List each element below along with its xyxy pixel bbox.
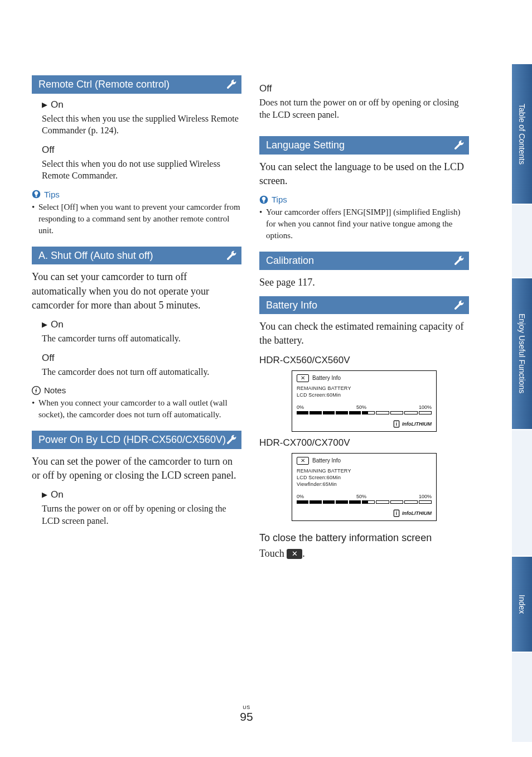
tab-enjoy-useful-functions[interactable]: Enjoy Useful Functions (512, 278, 532, 429)
option-desc: Does not turn the power on or off by ope… (259, 97, 469, 120)
option-label-text: On (51, 489, 64, 500)
touch-suffix: . (302, 548, 305, 559)
panel-title: Battery Info (312, 457, 341, 464)
tab-index[interactable]: Index (512, 557, 532, 652)
heading-calibration: Calibration (259, 252, 469, 270)
option-on: ▶On (42, 319, 241, 330)
battery-bar (297, 500, 432, 504)
option-label: ▶On (42, 489, 241, 500)
infolithium-logo: i InfoLITHIUM (297, 420, 432, 428)
panel-line: LCD Screen:60Min (297, 475, 432, 480)
battery-bar (297, 411, 432, 414)
heading-text: A. Shut Off (Auto shut off) (38, 250, 153, 261)
heading-power-on-by-lcd: Power On By LCD (HDR-CX560/CX560V) (32, 431, 241, 449)
panel-line: LCD Screen:60Min (297, 392, 432, 398)
info-battery-icon: i (393, 509, 400, 517)
tips-label: Tips (44, 190, 60, 199)
tab-gap (512, 205, 532, 277)
tips-item: Select [Off] when you want to prevent yo… (32, 201, 241, 237)
close-button[interactable]: ✕ (297, 374, 309, 382)
option-desc: The camcorder does not turn off automati… (42, 366, 241, 378)
panel-line: Viewfinder:65Min (297, 481, 432, 487)
wrench-icon (226, 79, 237, 90)
page-number: US 95 (0, 705, 493, 724)
info-battery-icon: i (393, 420, 400, 428)
triangle-icon: ▶ (42, 100, 47, 109)
section-intro: See page 117. (259, 276, 469, 290)
infolithium-text: InfoLITHIUM (402, 510, 432, 515)
lightbulb-icon (259, 195, 268, 204)
tab-label: Enjoy Useful Functions (518, 314, 526, 393)
battery-scale: 0% 50% 100% (297, 494, 432, 499)
wrench-icon (226, 250, 237, 261)
tab-gap (512, 653, 532, 742)
option-on: ▶On (42, 489, 241, 500)
battery-scale: 0% 50% 100% (297, 404, 432, 410)
section-intro: You can set the power of the camcorder t… (32, 455, 241, 483)
heading-text: Remote Ctrl (Remote control) (38, 79, 170, 90)
wrench-icon (453, 139, 465, 151)
touch-instruction: Touch ✕. (259, 548, 469, 560)
page-num: 95 (240, 710, 253, 723)
tab-table-of-contents[interactable]: Table of Contents (512, 64, 532, 204)
heading-battery-info: Battery Info (259, 296, 469, 315)
tips-heading: Tips (32, 190, 241, 199)
section-intro: You can set your camcorder to turn off a… (32, 270, 241, 312)
option-desc: Turns the power on or off by opening or … (42, 503, 241, 527)
tick-0: 0% (297, 494, 304, 499)
option-off: Off (42, 144, 241, 156)
tick-50: 50% (356, 404, 366, 410)
heading-remote-ctrl: Remote Ctrl (Remote control) (32, 75, 241, 94)
heading-text: Power On By LCD (HDR-CX560/CX560V) (38, 434, 226, 445)
heading-text: Calibration (266, 255, 314, 266)
notes-label: Notes (44, 385, 66, 395)
option-label: Off (42, 144, 241, 156)
triangle-icon: ▶ (42, 490, 47, 499)
panel-line: REMAINING BATTERY (297, 385, 432, 391)
model-heading: HDR-CX560/CX560V (259, 355, 469, 366)
tips-list: Your camcorder offers [ENG[SIMP]] (simpl… (259, 206, 469, 242)
option-on: ▶On (42, 99, 241, 110)
tick-100: 100% (419, 404, 432, 410)
tips-heading: Tips (259, 195, 469, 204)
battery-info-panel-cx560: ✕ Battery Info REMAINING BATTERY LCD Scr… (292, 370, 437, 432)
svg-text:i: i (396, 511, 397, 516)
panel-line: REMAINING BATTERY (297, 468, 432, 474)
section-intro: You can select the language to be used o… (259, 160, 469, 188)
battery-info-panel-cx700: ✕ Battery Info REMAINING BATTERY LCD Scr… (292, 453, 437, 521)
option-label-text: On (51, 319, 64, 330)
left-column: Remote Ctrl (Remote control) ▶On Select … (32, 75, 241, 560)
tick-0: 0% (297, 404, 304, 410)
tick-50: 50% (356, 494, 366, 499)
tips-label: Tips (272, 195, 287, 204)
notes-list: When you connect your camcorder to a wal… (32, 397, 241, 421)
infolithium-logo: i InfoLITHIUM (297, 509, 432, 517)
tab-label: Index (518, 595, 526, 614)
tab-gap (512, 430, 532, 556)
wrench-icon (453, 300, 465, 311)
lightbulb-icon (32, 190, 41, 199)
option-desc: The camcorder turns off automatically. (42, 332, 241, 345)
triangle-icon: ▶ (42, 320, 47, 329)
heading-text: Language Setting (266, 139, 345, 151)
touch-prefix: Touch (259, 548, 287, 559)
model-heading: HDR-CX700/CX700V (259, 437, 469, 449)
close-icon-inline: ✕ (287, 549, 302, 559)
tips-list: Select [Off] when you want to prevent yo… (32, 201, 241, 237)
heading-text: Battery Info (266, 300, 317, 311)
notes-item: When you connect your camcorder to a wal… (32, 397, 241, 421)
section-intro: You can check the estimated remaining ca… (259, 320, 469, 348)
heading-language-setting: Language Setting (259, 136, 469, 155)
option-off: Off (42, 353, 241, 364)
notes-icon (32, 386, 41, 395)
option-label: ▶On (42, 319, 241, 330)
wrench-icon (453, 255, 465, 266)
tab-label: Table of Contents (518, 104, 526, 165)
infolithium-text: InfoLITHIUM (402, 421, 432, 426)
close-button[interactable]: ✕ (297, 457, 309, 465)
tips-item: Your camcorder offers [ENG[SIMP]] (simpl… (259, 206, 469, 242)
heading-auto-shut-off: A. Shut Off (Auto shut off) (32, 247, 241, 265)
tick-100: 100% (419, 494, 432, 499)
panel-title: Battery Info (312, 375, 341, 381)
side-tab-rail: Table of Contents Enjoy Useful Functions… (512, 31, 532, 739)
